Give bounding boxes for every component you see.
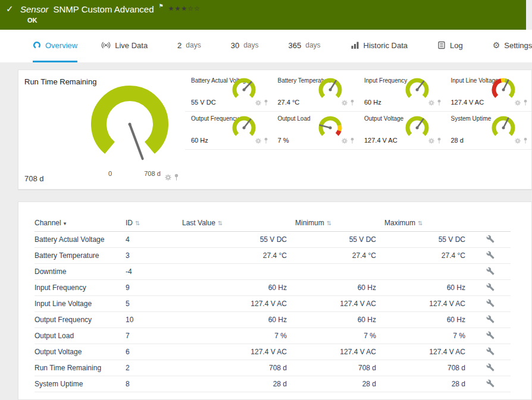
small-gauge-cell: Output Frequency 60 Hz [185,112,272,150]
table-row: Output Voltage 6 127.4 V AC 127.4 V AC 1… [35,344,511,360]
channel-maximum: 55 V DC [384,235,474,244]
channel-name[interactable]: Downtime [35,267,126,276]
small-gauge-cell: Battery Actual Voltage 55 V DC [185,74,272,112]
tab-bar: Overview Live Data 2 days 30 days 365 da… [0,30,532,62]
main-gauge-dial [85,80,174,171]
channel-id: 4 [126,235,182,244]
channel-id: -4 [126,267,182,276]
channel-settings-button[interactable] [486,299,495,307]
channel-settings-button[interactable] [486,363,495,371]
main-gauge-scale-min: 0 [101,170,120,177]
channel-name[interactable]: Output Frequency [35,316,126,324]
small-gauge-value: 127.4 V AC [451,99,484,106]
tab-2-days[interactable]: 2 days [177,30,201,62]
channel-maximum: 127.4 V AC [384,300,474,308]
channel-maximum: 708 d [384,364,474,372]
sort-desc-icon: ▾ [64,221,67,226]
gear-icon[interactable] [342,136,348,146]
channel-table-body: Battery Actual Voltage 4 55 V DC 55 V DC… [35,232,511,392]
channel-minimum: 60 Hz [295,284,384,292]
pin-icon[interactable] [523,136,528,146]
channel-name[interactable]: Output Load [35,332,126,340]
gear-icon[interactable] [428,97,434,108]
channel-settings-button[interactable] [486,315,495,323]
tab-log[interactable]: Log [437,30,463,62]
pin-icon[interactable] [264,136,268,146]
small-gauge-cell: Input Frequency 60 Hz [358,74,445,112]
channel-name[interactable]: Output Voltage [35,348,126,356]
table-row: Battery Temperature 3 27.4 °C 27.4 °C 27… [35,248,511,264]
gear-icon[interactable] [515,97,521,108]
channel-last-value: 60 Hz [182,284,295,292]
channel-settings-button[interactable] [486,251,495,259]
tab-settings[interactable]: ⚙ Settings [493,30,532,62]
object-kind-label: Sensor [20,4,49,14]
pin-icon[interactable] [350,97,355,108]
pin-icon[interactable] [174,172,179,183]
channel-name[interactable]: Input Line Voltage [35,300,126,308]
small-gauge-cell: Output Load 7 % [272,112,359,150]
column-header-id[interactable]: ID⇅ [126,219,182,227]
small-gauge-value: 127.4 V AC [364,137,398,144]
gear-icon[interactable] [342,97,348,108]
priority-stars[interactable]: ★★★☆☆ [168,5,201,12]
gear-icon[interactable] [165,172,171,183]
pin-icon[interactable] [437,97,442,108]
tab-live-data-label: Live Data [115,41,148,50]
sensor-title: SNMP Custom Advanced [54,4,154,14]
channel-last-value: 55 V DC [182,235,295,244]
gear-icon[interactable] [428,136,434,146]
channel-settings-button[interactable] [486,235,495,243]
channel-maximum: 27.4 °C [384,251,474,260]
pin-icon[interactable] [264,97,268,108]
channel-maximum: 28 d [384,380,474,388]
channel-settings-button[interactable] [486,347,495,355]
channel-name[interactable]: Battery Actual Voltage [35,235,126,244]
small-gauge-cell: Input Line Voltage 127.4 V AC [445,74,532,112]
tab-live-data[interactable]: Live Data [101,30,148,62]
channel-last-value: 27.4 °C [182,251,295,260]
small-gauge-value: 60 Hz [364,99,381,106]
channel-name[interactable]: Input Frequency [35,284,126,292]
gear-icon[interactable] [515,136,521,146]
gear-icon[interactable] [255,136,261,146]
pin-icon[interactable] [523,97,528,108]
table-row: Downtime -4 [35,264,511,280]
small-gauge-dial [317,76,344,106]
historic-data-icon [351,41,359,49]
tab-historic-data[interactable]: Historic Data [351,30,408,62]
sort-icon: ⇅ [327,220,331,226]
channel-settings-button[interactable] [486,267,495,275]
tab-overview[interactable]: Overview [33,30,77,62]
channel-id: 5 [126,300,182,308]
channel-name[interactable]: Battery Temperature [35,251,126,260]
channel-minimum: 127.4 V AC [295,348,384,356]
tab-30-days[interactable]: 30 days [231,30,259,62]
gear-icon[interactable] [255,97,261,108]
small-gauge-dial [490,114,517,144]
column-header-channel[interactable]: Channel▾ [35,219,126,227]
channel-settings-button[interactable] [486,331,495,339]
column-header-minimum[interactable]: Minimum⇅ [295,219,384,227]
channel-name[interactable]: System Uptime [35,380,126,388]
channel-name[interactable]: Run Time Remaining [35,364,126,372]
column-header-last-value[interactable]: Last Value⇅ [182,219,295,227]
tab-365-days[interactable]: 365 days [289,30,321,62]
column-header-maximum[interactable]: Maximum⇅ [384,219,474,227]
small-gauge-dial [490,76,517,106]
channel-id: 3 [126,251,182,260]
channel-settings-button[interactable] [486,283,495,291]
pin-icon[interactable] [350,136,355,146]
table-row: Input Line Voltage 5 127.4 V AC 127.4 V … [35,296,511,312]
table-header-row: Channel▾ ID⇅ Last Value⇅ Minimum⇅ Maximu… [35,214,511,232]
pin-icon[interactable] [437,136,442,146]
status-badge: OK [27,17,526,24]
channel-last-value: 127.4 V AC [182,300,295,308]
channel-last-value: 28 d [182,380,295,388]
channel-minimum: 60 Hz [295,316,384,324]
main-gauge: Run Time Remaining 0 708 d 708 d [18,70,185,189]
channel-settings-button[interactable] [486,379,495,388]
channel-minimum: 708 d [295,364,384,372]
channel-id: 8 [126,380,182,388]
small-gauge-value: 28 d [451,137,464,144]
